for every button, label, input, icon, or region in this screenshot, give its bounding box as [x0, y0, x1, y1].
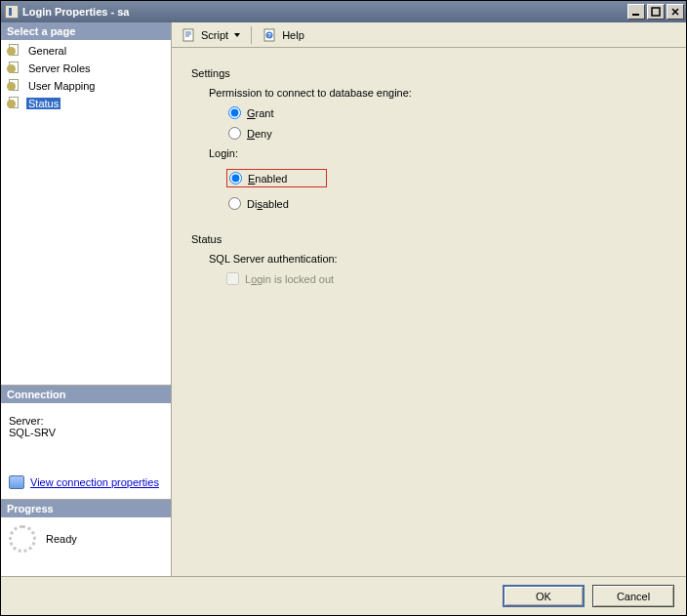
permission-label: Permission to connect to database engine…	[209, 87, 667, 99]
status-section-label: Status	[191, 233, 667, 245]
radio-input[interactable]	[228, 106, 241, 119]
permission-deny-radio[interactable]: Deny	[226, 125, 667, 142]
page-nav-list: General Server Roles User Mapping Status	[1, 40, 171, 114]
progress-status: Ready	[46, 533, 77, 545]
server-label: Server:	[9, 415, 163, 427]
login-disabled-radio[interactable]: Disabled	[226, 195, 667, 212]
radio-label: Enabled	[248, 173, 287, 185]
nav-label: General	[26, 45, 68, 57]
help-label: Help	[282, 29, 304, 41]
radio-label: Deny	[247, 128, 272, 140]
minimize-button[interactable]	[627, 4, 645, 20]
nav-item-general[interactable]: General	[1, 42, 171, 60]
ok-button[interactable]: OK	[503, 585, 585, 607]
close-button[interactable]	[667, 4, 684, 20]
app-icon	[5, 5, 19, 19]
titlebar[interactable]: Login Properties - sa	[1, 1, 686, 22]
content-toolbar: Script ? Help	[172, 22, 686, 48]
help-button[interactable]: ? Help	[259, 25, 308, 45]
permission-grant-radio[interactable]: Grant	[226, 104, 667, 121]
svg-text:?: ?	[267, 32, 271, 38]
nav-item-server-roles[interactable]: Server Roles	[1, 60, 171, 77]
toolbar-separator	[251, 26, 252, 44]
script-icon	[182, 27, 197, 43]
radio-input[interactable]	[228, 127, 241, 140]
connection-properties-icon	[9, 475, 24, 489]
cancel-button[interactable]: Cancel	[592, 585, 674, 607]
dialog-button-row: OK Cancel	[1, 576, 686, 615]
connection-header: Connection	[1, 386, 171, 403]
window-title: Login Properties - sa	[22, 6, 626, 18]
help-icon: ?	[263, 27, 278, 43]
nav-label: Server Roles	[26, 62, 93, 74]
login-enabled-radio[interactable]: Enabled	[226, 169, 327, 187]
nav-label: User Mapping	[26, 80, 97, 92]
radio-input[interactable]	[228, 197, 241, 210]
progress-spinner-icon	[9, 525, 36, 553]
svg-rect-0	[632, 14, 639, 16]
nav-label: Status	[26, 98, 61, 109]
svg-rect-1	[652, 8, 660, 16]
progress-header: Progress	[1, 500, 171, 517]
script-button[interactable]: Script	[178, 25, 244, 45]
maximize-button[interactable]	[647, 4, 665, 20]
login-label: Login:	[209, 147, 667, 159]
page-icon	[7, 78, 22, 94]
nav-item-user-mapping[interactable]: User Mapping	[1, 77, 171, 95]
sidebar: Select a page General Server Roles User …	[1, 22, 172, 576]
page-icon	[7, 61, 22, 76]
checkbox-label: Login is locked out	[245, 273, 334, 285]
radio-input[interactable]	[229, 172, 242, 185]
chevron-down-icon	[234, 33, 240, 37]
radio-label: Disabled	[247, 198, 289, 210]
svg-rect-2	[183, 29, 193, 41]
page-icon	[7, 96, 22, 111]
view-connection-properties-link[interactable]: View connection properties	[30, 476, 159, 488]
checkbox-input	[226, 272, 239, 285]
nav-item-status[interactable]: Status	[1, 95, 171, 112]
settings-section-label: Settings	[191, 67, 667, 79]
script-label: Script	[201, 29, 228, 41]
page-icon	[7, 43, 22, 59]
login-locked-out-checkbox: Login is locked out	[226, 272, 667, 285]
server-value: SQL-SRV	[9, 427, 163, 438]
select-page-header: Select a page	[1, 22, 171, 40]
radio-label: Grant	[247, 107, 274, 119]
sql-auth-label: SQL Server authentication:	[209, 253, 667, 265]
form-area: Settings Permission to connect to databa…	[172, 48, 686, 576]
content-panel: Script ? Help Settings Permission to con…	[172, 22, 686, 576]
